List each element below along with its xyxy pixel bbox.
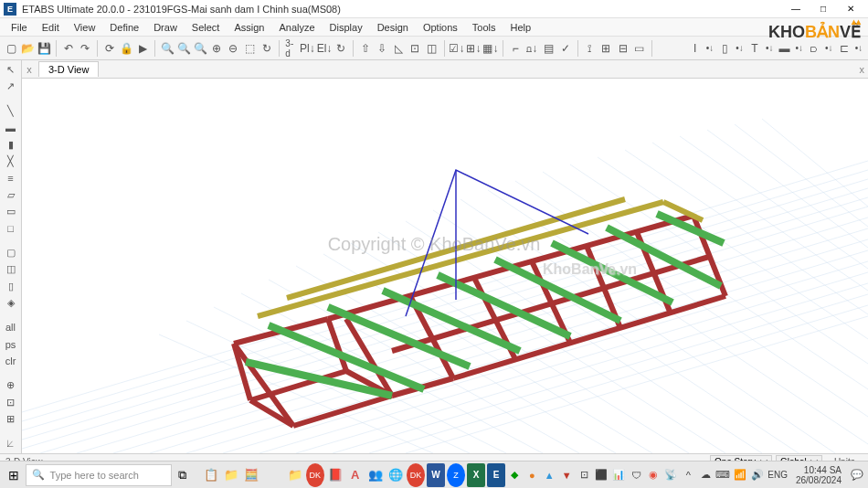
tab-3d-view[interactable]: 3-D View [38,61,99,77]
draw-rect-icon[interactable]: □ [2,220,20,236]
up-arrow-icon[interactable]: ⇧ [358,39,373,58]
redo-icon[interactable]: ↷ [78,39,92,58]
menu-draw[interactable]: Draw [146,20,185,35]
draw-opening-icon[interactable]: ◫ [2,261,20,277]
menu-define[interactable]: Define [102,20,146,35]
zoom-in-icon[interactable]: ⊕ [209,39,224,58]
menu-file[interactable]: File [4,20,35,35]
draw-secondary-icon[interactable]: ≡ [2,170,20,186]
draw-line-icon[interactable]: ╲ [2,103,20,119]
zoom-rubberband-icon[interactable]: 🔍 [160,39,175,58]
taskbar-clock[interactable]: 10:44 SA 26/08/2024 [790,465,847,485]
draw-shell-icon[interactable]: ▢ [2,245,20,260]
close-button[interactable]: ✕ [837,1,864,17]
deformed-icon[interactable]: ⌐ [508,39,523,58]
down-arrow-icon[interactable]: ⇩ [375,39,389,58]
check-icon[interactable]: ✓ [557,39,572,58]
i-section-icon[interactable]: I [688,39,703,58]
select-all-icon[interactable]: all [2,320,20,335]
maximize-button[interactable]: □ [810,1,837,17]
snap-end-icon[interactable]: ⊡ [2,394,20,409]
shrink-icon[interactable]: ⊡ [408,39,422,58]
save-icon[interactable]: 💾 [37,39,51,58]
tray-unikey[interactable]: ⌨ [715,468,730,483]
table-icon[interactable]: ▤ [541,39,556,58]
3d-label[interactable]: 3-d [283,38,298,58]
zoom-restore-icon[interactable]: 🔍 [176,39,191,58]
tray-5[interactable]: ⊡ [577,468,591,483]
task-app-3[interactable]: 🧮 [242,463,260,487]
forces-icon[interactable]: ⩍↓ [524,39,539,58]
tray-8[interactable]: 🛡 [629,468,643,483]
menu-tools[interactable]: Tools [465,20,503,35]
draw-floor-icon[interactable]: ▱ [2,187,20,203]
draw-special-icon[interactable]: ◈ [2,295,20,311]
reshape-icon[interactable]: ↗ [2,79,20,94]
menu-view[interactable]: View [67,20,103,35]
zoom-out-icon[interactable]: ⊖ [226,39,240,58]
tray-cloud[interactable]: ☁ [698,468,713,483]
refresh-icon[interactable]: ⟳ [102,39,117,58]
run-icon[interactable]: ▶ [135,39,150,58]
task-pdf[interactable]: 📕 [326,463,344,487]
tray-7[interactable]: 📊 [611,468,626,483]
draw-door-icon[interactable]: ▯ [2,279,20,294]
dropdown-icon[interactable]: •↓ [734,43,746,53]
task-app-2[interactable]: 📁 [222,463,240,487]
open-icon[interactable]: 📂 [20,39,35,58]
draw-wall-icon[interactable]: ▭ [2,204,20,219]
menu-select[interactable]: Select [185,20,228,35]
task-dk-1[interactable]: DK [306,463,324,487]
tray-up-icon[interactable]: ^ [681,468,695,483]
menu-analyze[interactable]: Analyze [271,20,322,35]
text-icon[interactable]: ⊟ [616,39,630,58]
lock-icon[interactable]: 🔒 [119,39,133,58]
task-view-icon[interactable]: ⧉ [174,463,192,487]
minimize-button[interactable]: — [782,1,810,17]
tray-10[interactable]: 📡 [663,468,678,483]
menu-options[interactable]: Options [416,20,465,35]
zoom-prev-icon[interactable]: 🔍 [193,39,207,58]
draw-column-icon[interactable]: ▮ [2,137,20,153]
model-canvas[interactable] [22,79,868,453]
draw-brace-icon[interactable]: ╳ [2,154,20,169]
pan-icon[interactable]: ⬚ [242,39,257,58]
tray-6[interactable]: ⬛ [594,468,609,483]
elev-icon[interactable]: El↓ [317,39,333,58]
menu-help[interactable]: Help [503,20,539,35]
tray-3[interactable]: ▲ [542,468,556,483]
menu-edit[interactable]: Edit [35,20,67,35]
menu-design[interactable]: Design [370,20,416,35]
orbit-icon[interactable]: ↻ [333,39,348,58]
task-teams[interactable]: 👥 [366,463,385,487]
snap-mid-icon[interactable]: ⊞ [2,411,20,427]
clear-select-icon[interactable]: clr [2,353,20,368]
start-button[interactable]: ⊞ [4,463,24,487]
task-autocad[interactable]: A [346,463,365,487]
prev-select-icon[interactable]: ps [2,336,20,352]
language-indicator[interactable]: ENG [767,470,788,480]
dropdown-icon[interactable]: •↓ [853,43,865,53]
wifi-icon[interactable]: 📶 [733,468,747,483]
ruler-icon[interactable]: ⟀ [2,436,20,451]
tray-9[interactable]: ◉ [646,468,661,483]
pers-icon[interactable]: ◺ [391,39,406,58]
new-icon[interactable]: ▢ [4,39,18,58]
object-icon[interactable]: ◫ [425,39,439,58]
task-chrome[interactable]: 🌐 [386,463,405,487]
menu-assign[interactable]: Assign [227,20,271,35]
task-dk-2[interactable]: DK [407,463,425,487]
task-etabs[interactable]: E [487,463,505,487]
task-zalo[interactable]: Z [447,463,465,487]
3d-viewport[interactable]: KhoBanVe.vn [22,79,868,453]
dropdown-icon[interactable]: •↓ [764,43,776,53]
tab-close-left-icon[interactable]: x [22,64,37,75]
task-excel[interactable]: X [467,463,485,487]
measure-icon[interactable]: ⟟ [582,39,597,58]
task-word[interactable]: W [427,463,445,487]
rotate3d-icon[interactable]: ↻ [259,39,273,58]
pointer-icon[interactable]: ↖ [2,62,20,78]
sound-icon[interactable]: 🔊 [750,468,765,483]
box-icon[interactable]: ▭ [632,39,647,58]
menu-display[interactable]: Display [323,20,370,35]
